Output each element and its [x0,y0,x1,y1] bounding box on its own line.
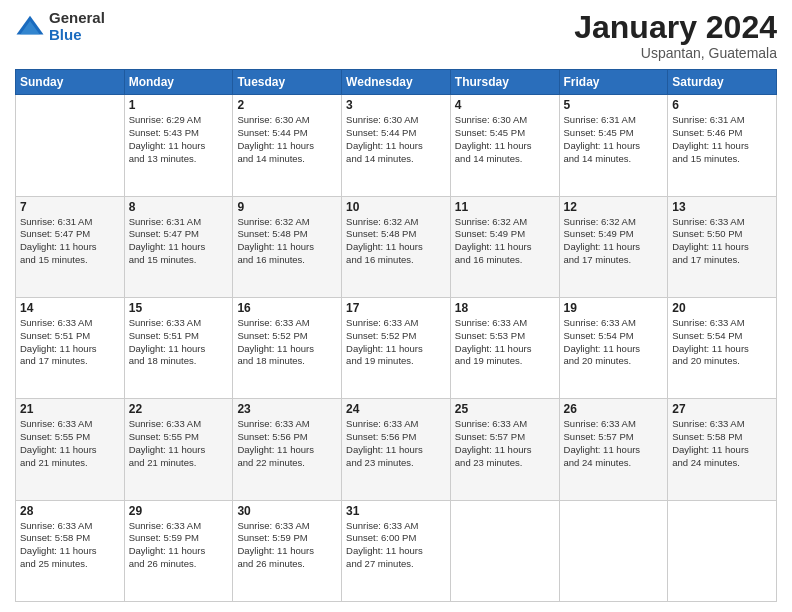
day-header-wednesday: Wednesday [342,70,451,95]
calendar-cell: 20Sunrise: 6:33 AM Sunset: 5:54 PM Dayli… [668,297,777,398]
day-info: Sunrise: 6:33 AM Sunset: 5:52 PM Dayligh… [346,317,446,368]
day-info: Sunrise: 6:32 AM Sunset: 5:48 PM Dayligh… [346,216,446,267]
calendar-cell: 13Sunrise: 6:33 AM Sunset: 5:50 PM Dayli… [668,196,777,297]
calendar-cell: 3Sunrise: 6:30 AM Sunset: 5:44 PM Daylig… [342,95,451,196]
calendar-cell: 31Sunrise: 6:33 AM Sunset: 6:00 PM Dayli… [342,500,451,601]
day-number: 22 [129,402,229,416]
calendar-cell: 8Sunrise: 6:31 AM Sunset: 5:47 PM Daylig… [124,196,233,297]
day-number: 21 [20,402,120,416]
day-number: 5 [564,98,664,112]
calendar-cell: 17Sunrise: 6:33 AM Sunset: 5:52 PM Dayli… [342,297,451,398]
calendar-cell: 26Sunrise: 6:33 AM Sunset: 5:57 PM Dayli… [559,399,668,500]
calendar-cell: 2Sunrise: 6:30 AM Sunset: 5:44 PM Daylig… [233,95,342,196]
page: General Blue January 2024 Uspantan, Guat… [0,0,792,612]
day-info: Sunrise: 6:30 AM Sunset: 5:45 PM Dayligh… [455,114,555,165]
day-number: 7 [20,200,120,214]
day-info: Sunrise: 6:33 AM Sunset: 5:56 PM Dayligh… [237,418,337,469]
day-info: Sunrise: 6:33 AM Sunset: 5:57 PM Dayligh… [455,418,555,469]
location: Uspantan, Guatemala [574,45,777,61]
header-row: SundayMondayTuesdayWednesdayThursdayFrid… [16,70,777,95]
calendar-cell: 16Sunrise: 6:33 AM Sunset: 5:52 PM Dayli… [233,297,342,398]
header: General Blue January 2024 Uspantan, Guat… [15,10,777,61]
day-number: 3 [346,98,446,112]
day-number: 4 [455,98,555,112]
calendar-cell: 24Sunrise: 6:33 AM Sunset: 5:56 PM Dayli… [342,399,451,500]
day-info: Sunrise: 6:33 AM Sunset: 5:51 PM Dayligh… [20,317,120,368]
calendar-cell [450,500,559,601]
day-number: 10 [346,200,446,214]
day-info: Sunrise: 6:33 AM Sunset: 5:56 PM Dayligh… [346,418,446,469]
day-number: 23 [237,402,337,416]
day-number: 13 [672,200,772,214]
day-info: Sunrise: 6:32 AM Sunset: 5:48 PM Dayligh… [237,216,337,267]
day-number: 2 [237,98,337,112]
calendar-cell [559,500,668,601]
day-number: 25 [455,402,555,416]
day-info: Sunrise: 6:31 AM Sunset: 5:47 PM Dayligh… [129,216,229,267]
calendar-cell: 7Sunrise: 6:31 AM Sunset: 5:47 PM Daylig… [16,196,125,297]
day-number: 12 [564,200,664,214]
day-number: 14 [20,301,120,315]
day-header-saturday: Saturday [668,70,777,95]
calendar-cell: 10Sunrise: 6:32 AM Sunset: 5:48 PM Dayli… [342,196,451,297]
month-title: January 2024 [574,10,777,45]
calendar-cell: 12Sunrise: 6:32 AM Sunset: 5:49 PM Dayli… [559,196,668,297]
day-info: Sunrise: 6:33 AM Sunset: 5:53 PM Dayligh… [455,317,555,368]
calendar-cell: 29Sunrise: 6:33 AM Sunset: 5:59 PM Dayli… [124,500,233,601]
calendar-cell [668,500,777,601]
day-header-monday: Monday [124,70,233,95]
day-header-tuesday: Tuesday [233,70,342,95]
day-info: Sunrise: 6:33 AM Sunset: 5:54 PM Dayligh… [672,317,772,368]
day-info: Sunrise: 6:33 AM Sunset: 5:58 PM Dayligh… [672,418,772,469]
day-info: Sunrise: 6:33 AM Sunset: 5:55 PM Dayligh… [20,418,120,469]
calendar-cell: 4Sunrise: 6:30 AM Sunset: 5:45 PM Daylig… [450,95,559,196]
day-number: 24 [346,402,446,416]
day-number: 31 [346,504,446,518]
day-number: 29 [129,504,229,518]
day-number: 16 [237,301,337,315]
calendar-body: 1Sunrise: 6:29 AM Sunset: 5:43 PM Daylig… [16,95,777,602]
day-number: 26 [564,402,664,416]
calendar-table: SundayMondayTuesdayWednesdayThursdayFrid… [15,69,777,602]
day-number: 9 [237,200,337,214]
calendar-cell: 21Sunrise: 6:33 AM Sunset: 5:55 PM Dayli… [16,399,125,500]
calendar-cell: 1Sunrise: 6:29 AM Sunset: 5:43 PM Daylig… [124,95,233,196]
title-block: January 2024 Uspantan, Guatemala [574,10,777,61]
calendar-cell: 19Sunrise: 6:33 AM Sunset: 5:54 PM Dayli… [559,297,668,398]
day-header-thursday: Thursday [450,70,559,95]
calendar-cell: 9Sunrise: 6:32 AM Sunset: 5:48 PM Daylig… [233,196,342,297]
day-number: 6 [672,98,772,112]
day-info: Sunrise: 6:33 AM Sunset: 5:59 PM Dayligh… [129,520,229,571]
day-info: Sunrise: 6:33 AM Sunset: 5:50 PM Dayligh… [672,216,772,267]
day-info: Sunrise: 6:30 AM Sunset: 5:44 PM Dayligh… [237,114,337,165]
calendar-cell: 23Sunrise: 6:33 AM Sunset: 5:56 PM Dayli… [233,399,342,500]
day-number: 15 [129,301,229,315]
calendar-cell: 15Sunrise: 6:33 AM Sunset: 5:51 PM Dayli… [124,297,233,398]
day-info: Sunrise: 6:31 AM Sunset: 5:46 PM Dayligh… [672,114,772,165]
calendar-cell: 6Sunrise: 6:31 AM Sunset: 5:46 PM Daylig… [668,95,777,196]
week-row-4: 28Sunrise: 6:33 AM Sunset: 5:58 PM Dayli… [16,500,777,601]
logo-text: General Blue [49,10,105,43]
logo-general-text: General [49,10,105,27]
logo: General Blue [15,10,105,43]
calendar-cell: 22Sunrise: 6:33 AM Sunset: 5:55 PM Dayli… [124,399,233,500]
day-info: Sunrise: 6:30 AM Sunset: 5:44 PM Dayligh… [346,114,446,165]
day-number: 1 [129,98,229,112]
day-info: Sunrise: 6:33 AM Sunset: 5:59 PM Dayligh… [237,520,337,571]
calendar-cell: 30Sunrise: 6:33 AM Sunset: 5:59 PM Dayli… [233,500,342,601]
day-header-sunday: Sunday [16,70,125,95]
calendar-cell: 18Sunrise: 6:33 AM Sunset: 5:53 PM Dayli… [450,297,559,398]
logo-blue-text: Blue [49,27,105,44]
calendar-cell [16,95,125,196]
day-info: Sunrise: 6:31 AM Sunset: 5:45 PM Dayligh… [564,114,664,165]
day-info: Sunrise: 6:32 AM Sunset: 5:49 PM Dayligh… [564,216,664,267]
week-row-1: 7Sunrise: 6:31 AM Sunset: 5:47 PM Daylig… [16,196,777,297]
day-info: Sunrise: 6:33 AM Sunset: 5:58 PM Dayligh… [20,520,120,571]
day-info: Sunrise: 6:33 AM Sunset: 5:51 PM Dayligh… [129,317,229,368]
day-info: Sunrise: 6:33 AM Sunset: 5:57 PM Dayligh… [564,418,664,469]
day-header-friday: Friday [559,70,668,95]
calendar-cell: 11Sunrise: 6:32 AM Sunset: 5:49 PM Dayli… [450,196,559,297]
calendar-header: SundayMondayTuesdayWednesdayThursdayFrid… [16,70,777,95]
day-number: 8 [129,200,229,214]
day-number: 19 [564,301,664,315]
